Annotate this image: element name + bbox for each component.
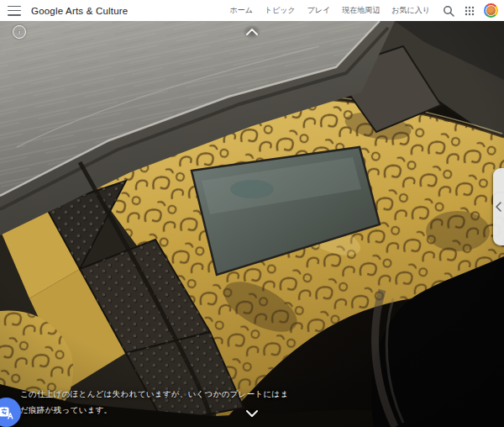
user-avatar[interactable] bbox=[484, 3, 498, 18]
search-icon[interactable] bbox=[442, 4, 455, 18]
caption-line-1: この仕上げのほとんどは失われていますが、いくつかのプレートにはま bbox=[20, 386, 289, 402]
artwork-image[interactable] bbox=[0, 21, 504, 427]
caption-line-2: だ痕跡が残っています。 bbox=[20, 402, 289, 418]
apps-grid-icon[interactable] bbox=[463, 4, 476, 18]
info-letter: i bbox=[18, 28, 21, 36]
nav-item-favorites[interactable]: お気に入り bbox=[391, 5, 430, 16]
vignette bbox=[0, 21, 504, 427]
menu-icon[interactable] bbox=[8, 6, 21, 16]
avatar-photo bbox=[486, 5, 496, 16]
app-header: Google Arts & Culture ホーム トピック プレイ 現在地周辺… bbox=[0, 0, 504, 21]
nav-item-home[interactable]: ホーム bbox=[229, 5, 252, 16]
nav-item-play[interactable]: プレイ bbox=[307, 5, 331, 16]
side-panel-tab[interactable] bbox=[493, 168, 504, 245]
chevron-up-icon[interactable] bbox=[243, 24, 261, 40]
nav-item-topics[interactable]: トピック bbox=[265, 5, 296, 16]
artwork-viewer: i この仕上げのほとんどは失われていますが、いくつかのプレートにはま だ痕跡が残… bbox=[0, 21, 504, 427]
chevron-left-icon bbox=[496, 202, 501, 212]
translate-icon bbox=[0, 406, 13, 419]
nav-item-nearby[interactable]: 現在地周辺 bbox=[342, 5, 380, 16]
info-icon[interactable]: i bbox=[13, 25, 26, 39]
artwork-caption: この仕上げのほとんどは失われていますが、いくつかのプレートにはま だ痕跡が残って… bbox=[20, 386, 289, 418]
main-nav: ホーム トピック プレイ 現在地周辺 お気に入り bbox=[229, 5, 430, 16]
logo-text[interactable]: Google Arts & Culture bbox=[31, 6, 128, 16]
